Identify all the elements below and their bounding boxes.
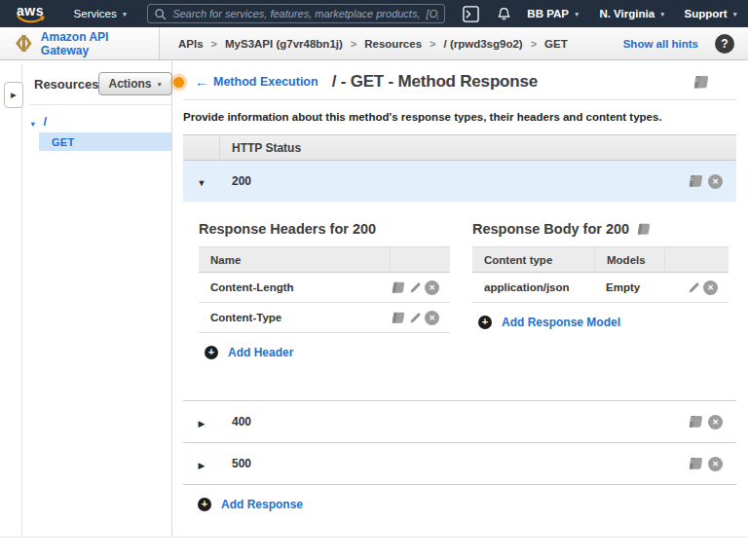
tree-root-label: / [43,114,47,129]
row-actions [688,280,729,295]
search-input[interactable] [172,8,438,19]
add-response-row: Add Response [183,484,736,531]
breadcrumb: APIs > MyS3API (g7vr48bn1j) > Resources … [178,38,568,50]
status-code-label: 200 [220,174,251,188]
book-icon[interactable] [688,457,704,470]
models-column-label: Models [594,247,664,272]
page-description: Provide information about this method's … [183,111,736,123]
header-name: Content-Type [199,312,281,323]
body-table-header: Content type Models [472,246,729,273]
add-response-link[interactable]: Add Response [198,498,736,511]
edit-pencil-icon[interactable] [409,281,422,294]
footer-strip [0,538,748,559]
hint-indicator-dot[interactable] [173,77,184,88]
breadcrumb-separator: > [531,38,537,50]
api-gateway-home-link[interactable]: Amazon API Gateway [0,27,160,59]
aws-logo[interactable]: aws [17,4,46,23]
breadcrumb-api-name[interactable]: MyS3API (g7vr48bn1j) [225,38,343,50]
services-menu[interactable]: Services [74,8,129,19]
global-search [147,4,445,23]
sidebar-header: Resources Actions [0,60,171,95]
body-row-application-json: application/json Empty [472,273,729,303]
response-body-panel: Response Body for 200 Content type Model… [472,221,729,359]
expand-column-header [183,135,220,160]
edit-pencil-icon[interactable] [688,281,700,294]
row-actions [688,415,736,429]
show-all-hints-link[interactable]: Show all hints [623,38,698,50]
actions-button[interactable]: Actions [98,72,171,95]
breadcrumb-resource-path[interactable]: / (rpwd3sg9o2) [444,38,523,50]
api-gateway-icon [15,34,33,53]
tree-expand-icon[interactable] [29,113,36,131]
delete-icon[interactable] [425,280,439,295]
book-icon[interactable] [391,281,406,294]
add-response-model-link[interactable]: Add Response Model [472,316,729,329]
delete-icon[interactable] [708,415,723,429]
status-200-details: Response Headers for 200 Name Content-Le… [183,202,736,400]
expand-row-icon[interactable] [183,443,220,484]
cloudshell-icon[interactable] [463,6,479,22]
status-row-500[interactable]: 500 [183,442,736,484]
breadcrumb-resources[interactable]: Resources [364,38,422,50]
breadcrumb-method[interactable]: GET [544,38,568,50]
notifications-bell-icon[interactable] [497,7,511,21]
account-label: BB PAP [527,8,569,19]
breadcrumb-separator: > [430,38,435,50]
documentation-book-icon[interactable] [692,75,710,90]
chevron-down-icon [157,77,163,91]
account-menu[interactable]: BB PAP [527,8,580,19]
status-code-label: 500 [220,457,251,470]
header-row-content-type: Content-Type [199,303,450,333]
response-body-title: Response Body for 200 [472,221,729,237]
model-value: Empty [594,281,664,293]
header-row-content-length: Content-Length [199,273,450,303]
tree-item-get-method[interactable]: GET [39,132,171,151]
aws-smile-icon [17,15,46,24]
delete-icon[interactable] [425,311,439,325]
support-menu[interactable]: Support [684,8,738,19]
add-response-label: Add Response [221,498,303,511]
http-status-column-label: HTTP Status [220,141,301,155]
response-body-title-text: Response Body for 200 [472,221,629,237]
resources-sidebar: Resources Actions / GET [0,60,172,537]
content-type-column-label: Content type [472,254,594,266]
actions-column [664,247,729,272]
tree-item-root[interactable]: / [29,113,171,130]
breadcrumb-separator: > [211,38,217,50]
sidebar-rail-divider [21,64,22,537]
service-navigation-bar: Amazon API Gateway APIs > MyS3API (g7vr4… [0,27,748,60]
collapse-row-icon[interactable] [183,161,220,202]
page-title: / - GET - Method Response [332,72,538,92]
plus-icon [478,316,492,329]
sidebar-collapse-toggle[interactable] [4,82,23,108]
status-row-200[interactable]: 200 [183,161,736,202]
delete-icon[interactable] [703,280,718,295]
services-label: Services [74,8,117,19]
method-execution-back-link[interactable]: Method Execution [195,74,318,90]
actions-column [390,247,450,272]
search-icon [154,8,167,20]
book-icon[interactable] [636,223,652,236]
region-menu[interactable]: N. Virginia [599,8,665,19]
app-title: Amazon API Gateway [41,30,159,57]
page-header: Method Execution / - GET - Method Respon… [183,72,736,100]
actions-button-label: Actions [108,77,151,91]
status-row-400[interactable]: 400 [183,400,736,442]
back-arrow-icon [195,74,208,90]
plus-icon [205,346,218,359]
status-table-header: HTTP Status [183,134,736,161]
content-area: Resources Actions / GET Method Execution [0,60,748,538]
support-label: Support [684,8,727,19]
book-icon[interactable] [688,174,704,188]
delete-icon[interactable] [708,174,723,189]
edit-pencil-icon[interactable] [409,312,422,324]
delete-icon[interactable] [708,457,723,471]
breadcrumb-apis[interactable]: APIs [178,38,204,50]
book-icon[interactable] [391,312,406,324]
book-icon[interactable] [688,415,704,429]
sidebar-title: Resources [34,77,98,92]
add-header-link[interactable]: Add Header [199,346,450,359]
expand-row-icon[interactable] [183,401,220,442]
help-icon[interactable]: ? [715,34,734,54]
content-type-value: application/json [472,281,594,293]
